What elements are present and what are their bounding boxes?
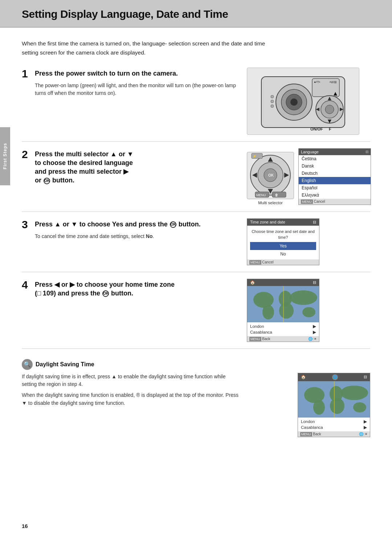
step-3-header: 3 Press ▲ or ▼ to choose Yes and press t… xyxy=(22,218,240,230)
timezone-screen-title: Time zone and date xyxy=(250,220,285,225)
dst-map-bottom-bar: MENU Back 🌐:☀ xyxy=(298,431,370,437)
map-home-icon: 🏠 xyxy=(250,280,255,285)
timezone-options: Yes No xyxy=(247,242,319,259)
svg-point-4 xyxy=(290,98,298,106)
step-4-divider xyxy=(22,348,370,349)
language-item-english[interactable]: English xyxy=(299,177,371,184)
timezone-option-no[interactable]: No xyxy=(250,250,316,258)
svg-point-40 xyxy=(302,307,315,317)
svg-text:🗑: 🗑 xyxy=(275,193,278,197)
map-city-london: London ▶ xyxy=(250,323,316,329)
svg-point-42 xyxy=(304,387,324,403)
page-title: Setting Display Language, Date and Time xyxy=(22,8,370,20)
svg-point-38 xyxy=(279,303,294,319)
ok-symbol-4: OK xyxy=(102,290,109,297)
camera-power-diagram: ●²T• •W⊞ xyxy=(247,68,359,135)
dst-home-icon: 🏠 xyxy=(301,375,306,379)
dst-icon: 🔍 xyxy=(22,359,33,370)
language-item-greek: Ελληνικά xyxy=(299,192,371,199)
svg-text:OK: OK xyxy=(268,173,274,177)
step-4-section: 4 Press ◀ or ▶ to choose your home time … xyxy=(22,279,370,342)
step-4-number: 4 xyxy=(22,279,32,291)
step-2-left: 2 Press the multi selector ▲ or ▼ to cho… xyxy=(22,148,240,187)
step-1-section: 1 Press the power switch to turn on the … xyxy=(22,68,370,135)
step-2-right-inner: OK MENU xyxy=(247,148,370,205)
timezone-cancel-bar: MENU Cancel xyxy=(247,259,319,265)
step-4-title: Press ◀ or ▶ to choose your home time zo… xyxy=(35,279,175,298)
side-tab: First Steps xyxy=(0,127,10,185)
step-3-right: Time zone and date ⊟ Choose time zone an… xyxy=(247,218,370,265)
header-bar: Setting Display Language, Date and Time xyxy=(0,0,392,28)
dst-menu-label: MENU xyxy=(300,432,312,436)
step-4-header: 4 Press ◀ or ▶ to choose your home time … xyxy=(22,279,240,298)
step-3-body: To cancel the time zone and date setting… xyxy=(35,233,240,241)
step-3-number: 3 xyxy=(22,218,32,230)
dst-right-icons: 🌐:☀ xyxy=(359,432,368,436)
map-menu-back: MENU Back xyxy=(249,337,270,341)
language-screen-titlebar: Language ⊟ xyxy=(299,149,371,155)
svg-text:F: F xyxy=(329,127,331,131)
dst-map-screen-container: 🏠 🌐 ⊟ xyxy=(298,373,370,437)
language-screen: Language ⊟ Čeština Dansk Deutsch English… xyxy=(298,148,371,205)
step-1-title: Press the power switch to turn on the ca… xyxy=(35,68,178,78)
svg-point-43 xyxy=(313,400,325,415)
main-content: When the first time the camera is turned… xyxy=(0,28,392,452)
timezone-screen: Time zone and date ⊟ Choose time zone an… xyxy=(247,218,319,265)
step-1-body: The power-on lamp (green) will light, an… xyxy=(35,82,240,97)
step-2-divider xyxy=(22,211,370,212)
dst-body-1: If daylight saving time is in effect, pr… xyxy=(22,373,240,388)
language-list: Čeština Dansk Deutsch English Español Ελ… xyxy=(299,155,371,199)
intro-text: When the first time the camera is turned… xyxy=(22,39,276,57)
svg-point-35 xyxy=(253,292,274,308)
svg-text:⚡: ⚡ xyxy=(253,154,257,158)
step-4-right: 🏠 ⊟ xyxy=(247,279,370,342)
map-screen: 🏠 ⊟ xyxy=(247,279,319,342)
svg-point-18 xyxy=(271,95,274,98)
dst-clock-icon: 🌐 xyxy=(332,374,338,380)
ok-symbol-3: OK xyxy=(170,221,176,228)
svg-text:MENU: MENU xyxy=(256,193,266,197)
svg-point-45 xyxy=(330,398,344,414)
step-2-section: 2 Press the multi selector ▲ or ▼ to cho… xyxy=(22,148,370,205)
step-3-divider xyxy=(22,272,370,272)
language-screen-mockup: Language ⊟ Čeština Dansk Deutsch English… xyxy=(298,148,371,205)
dst-city-list: London ▶ Casablanca ▶ xyxy=(298,418,370,431)
multi-selector-diagram: OK MENU xyxy=(247,152,294,199)
map-bottom-bar: MENU Back 🌐:☀ xyxy=(247,336,319,342)
menu-label-map: MENU xyxy=(249,337,261,341)
dst-menu-back: MENU Back xyxy=(300,432,321,436)
step-2-header: 2 Press the multi selector ▲ or ▼ to cho… xyxy=(22,148,240,185)
language-item-espanol: Español xyxy=(299,184,371,192)
step-1-number: 1 xyxy=(22,68,32,80)
dst-title: Daylight Saving Time xyxy=(36,361,94,368)
city-arrow-right: ▶ xyxy=(313,324,316,329)
dst-close-icon: ⊟ xyxy=(364,375,367,379)
svg-point-36 xyxy=(262,305,274,319)
tz-cancel-label: Cancel xyxy=(262,260,273,264)
language-item-dansk: Dansk xyxy=(299,162,371,170)
ok-symbol-2: OK xyxy=(44,178,50,184)
timezone-option-yes[interactable]: Yes xyxy=(250,242,316,250)
map-city-list: London ▶ Casablanca ▶ xyxy=(247,322,319,336)
dst-city-arrow2: ▶ xyxy=(364,425,367,430)
language-item-cestina: Čeština xyxy=(299,155,371,162)
svg-text:●²T•: ●²T• xyxy=(314,80,320,84)
step-2-title: Press the multi selector ▲ or ▼ to choos… xyxy=(35,148,134,185)
step-2-number: 2 xyxy=(22,148,32,160)
step-3-left: 3 Press ▲ or ▼ to choose Yes and press t… xyxy=(22,218,240,245)
language-item-deutsch: Deutsch xyxy=(299,170,371,177)
cancel-label: Cancel xyxy=(314,200,325,203)
dst-city-arrow1: ▶ xyxy=(364,419,367,424)
step-2-right: OK MENU xyxy=(247,148,370,205)
map-area xyxy=(247,286,319,322)
svg-point-10 xyxy=(325,105,334,114)
svg-text:•W⊞: •W⊞ xyxy=(330,80,337,84)
svg-point-47 xyxy=(353,402,366,412)
dst-header: 🔍 Daylight Saving Time xyxy=(22,359,370,370)
dst-lower: If daylight saving time is in effect, pr… xyxy=(22,373,370,437)
svg-point-46 xyxy=(340,386,368,400)
timezone-close-icon: ⊟ xyxy=(313,220,316,225)
page-wrapper: Setting Display Language, Date and Time … xyxy=(0,0,392,540)
step-1-header: 1 Press the power switch to turn on the … xyxy=(22,68,240,80)
svg-point-19 xyxy=(271,100,274,103)
